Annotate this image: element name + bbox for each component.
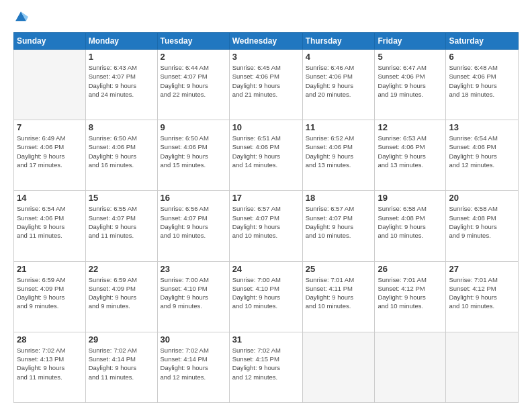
day-cell: 15Sunrise: 6:55 AMSunset: 4:07 PMDayligh… bbox=[85, 191, 157, 261]
day-cell: 1Sunrise: 6:43 AMSunset: 4:07 PMDaylight… bbox=[85, 50, 157, 120]
day-number: 13 bbox=[449, 122, 515, 132]
day-header-saturday: Saturday bbox=[446, 33, 519, 50]
day-info: Sunrise: 6:58 AMSunset: 4:08 PMDaylight:… bbox=[449, 204, 515, 240]
day-info: Sunrise: 7:02 AMSunset: 4:13 PMDaylight:… bbox=[17, 346, 83, 381]
logo bbox=[13, 11, 30, 27]
day-cell: 9Sunrise: 6:50 AMSunset: 4:06 PMDaylight… bbox=[157, 120, 229, 191]
day-info: Sunrise: 6:54 AMSunset: 4:06 PMDaylight:… bbox=[17, 204, 83, 240]
day-number: 3 bbox=[232, 52, 300, 62]
day-number: 18 bbox=[306, 193, 372, 203]
day-number: 2 bbox=[161, 52, 226, 62]
day-number: 11 bbox=[306, 122, 372, 132]
day-info: Sunrise: 6:43 AMSunset: 4:07 PMDaylight:… bbox=[89, 63, 154, 99]
day-info: Sunrise: 7:02 AMSunset: 4:14 PMDaylight:… bbox=[89, 346, 154, 381]
day-info: Sunrise: 6:51 AMSunset: 4:06 PMDaylight:… bbox=[232, 134, 300, 169]
day-cell: 3Sunrise: 6:45 AMSunset: 4:06 PMDaylight… bbox=[229, 50, 302, 120]
day-number: 25 bbox=[306, 264, 372, 274]
day-number: 21 bbox=[17, 264, 83, 274]
day-cell: 18Sunrise: 6:57 AMSunset: 4:07 PMDayligh… bbox=[302, 191, 375, 261]
day-info: Sunrise: 6:47 AMSunset: 4:06 PMDaylight:… bbox=[378, 63, 443, 99]
day-cell: 14Sunrise: 6:54 AMSunset: 4:06 PMDayligh… bbox=[14, 191, 86, 261]
day-number: 4 bbox=[306, 52, 372, 62]
day-info: Sunrise: 6:50 AMSunset: 4:06 PMDaylight:… bbox=[89, 134, 154, 169]
week-row-2: 7Sunrise: 6:49 AMSunset: 4:06 PMDaylight… bbox=[14, 120, 519, 191]
day-cell: 17Sunrise: 6:57 AMSunset: 4:07 PMDayligh… bbox=[229, 191, 302, 261]
week-row-3: 14Sunrise: 6:54 AMSunset: 4:06 PMDayligh… bbox=[14, 191, 519, 261]
day-number: 14 bbox=[17, 193, 83, 203]
calendar-table: SundayMondayTuesdayWednesdayThursdayFrid… bbox=[13, 32, 519, 403]
day-cell: 31Sunrise: 7:02 AMSunset: 4:15 PMDayligh… bbox=[229, 332, 302, 402]
day-header-thursday: Thursday bbox=[302, 33, 375, 50]
day-number: 23 bbox=[161, 264, 226, 274]
day-number: 15 bbox=[89, 193, 154, 203]
day-number: 26 bbox=[378, 264, 443, 274]
day-info: Sunrise: 7:00 AMSunset: 4:10 PMDaylight:… bbox=[232, 275, 300, 311]
day-cell: 29Sunrise: 7:02 AMSunset: 4:14 PMDayligh… bbox=[85, 332, 157, 402]
day-cell: 27Sunrise: 7:01 AMSunset: 4:12 PMDayligh… bbox=[446, 261, 519, 332]
logo-icon bbox=[13, 9, 28, 24]
day-number: 16 bbox=[161, 193, 226, 203]
day-cell: 8Sunrise: 6:50 AMSunset: 4:06 PMDaylight… bbox=[85, 120, 157, 191]
day-number: 20 bbox=[449, 193, 515, 203]
day-info: Sunrise: 6:45 AMSunset: 4:06 PMDaylight:… bbox=[232, 63, 300, 99]
day-info: Sunrise: 6:59 AMSunset: 4:09 PMDaylight:… bbox=[17, 275, 83, 311]
day-cell: 12Sunrise: 6:53 AMSunset: 4:06 PMDayligh… bbox=[375, 120, 446, 191]
day-info: Sunrise: 6:44 AMSunset: 4:07 PMDaylight:… bbox=[161, 63, 226, 99]
day-info: Sunrise: 6:56 AMSunset: 4:07 PMDaylight:… bbox=[161, 204, 226, 240]
day-cell: 28Sunrise: 7:02 AMSunset: 4:13 PMDayligh… bbox=[14, 332, 86, 402]
day-number: 7 bbox=[17, 122, 83, 132]
calendar-body: 1Sunrise: 6:43 AMSunset: 4:07 PMDaylight… bbox=[14, 50, 519, 403]
day-header-friday: Friday bbox=[375, 33, 446, 50]
day-number: 22 bbox=[89, 264, 154, 274]
day-info: Sunrise: 7:01 AMSunset: 4:12 PMDaylight:… bbox=[378, 275, 443, 311]
day-number: 24 bbox=[232, 264, 300, 274]
day-number: 29 bbox=[89, 334, 154, 345]
day-info: Sunrise: 6:53 AMSunset: 4:06 PMDaylight:… bbox=[378, 134, 443, 169]
day-info: Sunrise: 6:50 AMSunset: 4:06 PMDaylight:… bbox=[161, 134, 226, 169]
day-info: Sunrise: 6:57 AMSunset: 4:07 PMDaylight:… bbox=[306, 204, 372, 240]
page: SundayMondayTuesdayWednesdayThursdayFrid… bbox=[0, 0, 532, 411]
day-cell bbox=[14, 50, 86, 120]
day-cell: 6Sunrise: 6:48 AMSunset: 4:06 PMDaylight… bbox=[446, 50, 519, 120]
day-cell: 5Sunrise: 6:47 AMSunset: 4:06 PMDaylight… bbox=[375, 50, 446, 120]
day-cell: 7Sunrise: 6:49 AMSunset: 4:06 PMDaylight… bbox=[14, 120, 86, 191]
day-info: Sunrise: 6:46 AMSunset: 4:06 PMDaylight:… bbox=[306, 63, 372, 99]
day-cell: 4Sunrise: 6:46 AMSunset: 4:06 PMDaylight… bbox=[302, 50, 375, 120]
day-info: Sunrise: 6:54 AMSunset: 4:06 PMDaylight:… bbox=[449, 134, 515, 169]
day-header-monday: Monday bbox=[85, 33, 157, 50]
day-header-wednesday: Wednesday bbox=[229, 33, 302, 50]
day-info: Sunrise: 6:57 AMSunset: 4:07 PMDaylight:… bbox=[232, 204, 300, 240]
day-number: 30 bbox=[161, 334, 226, 345]
day-info: Sunrise: 6:59 AMSunset: 4:09 PMDaylight:… bbox=[89, 275, 154, 311]
header bbox=[13, 11, 519, 27]
day-info: Sunrise: 7:02 AMSunset: 4:15 PMDaylight:… bbox=[232, 346, 300, 381]
day-info: Sunrise: 7:01 AMSunset: 4:11 PMDaylight:… bbox=[306, 275, 372, 311]
day-info: Sunrise: 6:49 AMSunset: 4:06 PMDaylight:… bbox=[17, 134, 83, 169]
day-info: Sunrise: 7:01 AMSunset: 4:12 PMDaylight:… bbox=[449, 275, 515, 311]
day-header-sunday: Sunday bbox=[14, 33, 86, 50]
days-header-row: SundayMondayTuesdayWednesdayThursdayFrid… bbox=[14, 33, 519, 50]
day-cell: 2Sunrise: 6:44 AMSunset: 4:07 PMDaylight… bbox=[157, 50, 229, 120]
day-info: Sunrise: 6:52 AMSunset: 4:06 PMDaylight:… bbox=[306, 134, 372, 169]
day-cell bbox=[446, 332, 519, 402]
day-info: Sunrise: 6:58 AMSunset: 4:08 PMDaylight:… bbox=[378, 204, 443, 240]
day-number: 28 bbox=[17, 334, 83, 345]
day-info: Sunrise: 6:55 AMSunset: 4:07 PMDaylight:… bbox=[89, 204, 154, 240]
day-cell: 30Sunrise: 7:02 AMSunset: 4:14 PMDayligh… bbox=[157, 332, 229, 402]
day-cell bbox=[375, 332, 446, 402]
day-number: 31 bbox=[232, 334, 300, 345]
day-cell: 26Sunrise: 7:01 AMSunset: 4:12 PMDayligh… bbox=[375, 261, 446, 332]
day-cell: 24Sunrise: 7:00 AMSunset: 4:10 PMDayligh… bbox=[229, 261, 302, 332]
week-row-1: 1Sunrise: 6:43 AMSunset: 4:07 PMDaylight… bbox=[14, 50, 519, 120]
day-cell: 25Sunrise: 7:01 AMSunset: 4:11 PMDayligh… bbox=[302, 261, 375, 332]
day-number: 17 bbox=[232, 193, 300, 203]
day-info: Sunrise: 7:00 AMSunset: 4:10 PMDaylight:… bbox=[161, 275, 226, 311]
day-cell: 19Sunrise: 6:58 AMSunset: 4:08 PMDayligh… bbox=[375, 191, 446, 261]
day-number: 6 bbox=[449, 52, 515, 62]
day-info: Sunrise: 7:02 AMSunset: 4:14 PMDaylight:… bbox=[161, 346, 226, 381]
day-cell: 23Sunrise: 7:00 AMSunset: 4:10 PMDayligh… bbox=[157, 261, 229, 332]
week-row-5: 28Sunrise: 7:02 AMSunset: 4:13 PMDayligh… bbox=[14, 332, 519, 402]
day-number: 9 bbox=[161, 122, 226, 132]
day-cell: 20Sunrise: 6:58 AMSunset: 4:08 PMDayligh… bbox=[446, 191, 519, 261]
day-number: 1 bbox=[89, 52, 154, 62]
